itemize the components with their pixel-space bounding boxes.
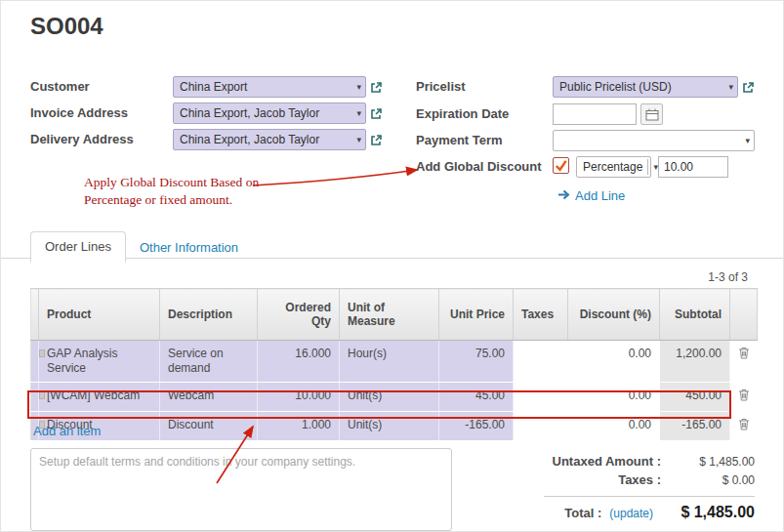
column-description[interactable]: Description (160, 289, 258, 341)
trash-icon[interactable] (738, 420, 750, 433)
cell-ordered-qty[interactable]: 1.000 (258, 412, 340, 441)
sale-order-form: SO004 Customer China Export ▾ Invoice Ad… (0, 0, 784, 532)
payment-term-label: Payment Term (416, 133, 503, 147)
cell-unit-of-measure[interactable]: Unit(s) (340, 383, 439, 412)
handle-column-header (31, 289, 39, 341)
column-taxes[interactable]: Taxes (514, 289, 568, 341)
invoice-address-value: China Export, Jacob Taylor (180, 106, 319, 120)
notebook-tabs: Order Lines Other Information (30, 231, 252, 263)
cell-discount[interactable]: 0.00 (568, 341, 660, 383)
delivery-address-select[interactable]: China Export, Jacob Taylor ▾ (173, 129, 366, 150)
add-an-item-link[interactable]: Add an item (33, 424, 101, 438)
external-link-icon[interactable] (742, 81, 755, 94)
grip-icon (39, 391, 45, 399)
arrow-right-icon (557, 188, 570, 203)
global-discount-checkbox[interactable] (553, 157, 569, 174)
delete-row-cell (730, 412, 758, 441)
delete-column-header (730, 289, 758, 341)
column-subtotal[interactable]: Subtotal (660, 289, 730, 341)
cell-description[interactable]: Service on demand (160, 341, 258, 383)
external-link-icon[interactable] (370, 81, 383, 94)
external-link-icon[interactable] (370, 107, 383, 120)
delivery-address-value: China Export, Jacob Taylor (180, 133, 319, 146)
total-label: Total : (544, 506, 601, 520)
tab-other-information[interactable]: Other Information (126, 233, 252, 263)
delivery-address-label: Delivery Address (30, 132, 134, 146)
add-line-link[interactable]: Add Line (557, 188, 625, 203)
update-total-link[interactable]: (update) (609, 507, 653, 520)
cell-product[interactable]: [WCAM] Webcam (39, 383, 160, 412)
discount-type-value: Percentage (583, 160, 642, 174)
cell-product[interactable]: GAP Analysis Service (39, 341, 160, 383)
cell-unit-price[interactable]: 75.00 (439, 341, 514, 383)
cell-subtotal: 450.00 (660, 383, 730, 412)
pager: 1-3 of 3 (708, 270, 748, 284)
discount-type-select[interactable]: Percentage ▾ (576, 156, 651, 178)
terms-and-conditions-textarea[interactable] (30, 448, 452, 531)
column-unit-of-measure[interactable]: Unit of Measure (340, 289, 439, 341)
taxes-value: $ 0.00 (661, 473, 755, 487)
cell-discount[interactable]: 0.00 (568, 383, 660, 412)
totals-section: Untaxed Amount : $ 1,485.00 Taxes : $ 0.… (544, 452, 755, 523)
cell-ordered-qty[interactable]: 10.000 (258, 383, 340, 412)
column-product[interactable]: Product (39, 289, 160, 341)
customer-select[interactable]: China Export ▾ (173, 76, 366, 98)
totals-divider (544, 496, 755, 497)
untaxed-amount-value: $ 1,485.00 (661, 455, 755, 469)
customer-value: China Export (180, 80, 247, 94)
total-value: $ 1,485.00 (653, 504, 755, 521)
table-header-row: Product Description Ordered Qty Unit of … (31, 289, 758, 341)
cell-description[interactable]: Webcam (160, 383, 258, 412)
column-unit-price[interactable]: Unit Price (439, 289, 514, 341)
grip-icon (39, 349, 45, 357)
page-title: SO004 (30, 13, 103, 40)
chevron-down-icon: ▾ (356, 82, 361, 92)
order-lines-table: Product Description Ordered Qty Unit of … (30, 288, 758, 441)
chevron-down-icon: ▾ (356, 108, 361, 118)
cell-subtotal: -165.00 (660, 412, 730, 441)
trash-icon[interactable] (738, 348, 750, 362)
annotation-arrow-global-discount (253, 170, 417, 185)
cell-unit-of-measure[interactable]: Unit(s) (340, 412, 439, 441)
discount-amount-input[interactable] (658, 156, 728, 178)
delete-row-cell (730, 341, 758, 383)
taxes-label: Taxes : (544, 472, 661, 487)
pricelist-label: Pricelist (416, 79, 466, 94)
pricelist-select[interactable]: Public Pricelist (USD) ▾ (553, 76, 738, 98)
cell-taxes[interactable] (514, 341, 568, 383)
invoice-address-select[interactable]: China Export, Jacob Taylor ▾ (173, 102, 366, 124)
add-line-label: Add Line (575, 188, 625, 203)
tab-order-lines[interactable]: Order Lines (30, 231, 126, 263)
order-lines-section: Product Description Ordered Qty Unit of … (30, 288, 757, 441)
drag-handle[interactable] (31, 383, 39, 412)
cell-ordered-qty[interactable]: 16.000 (258, 341, 340, 383)
external-link-icon[interactable] (370, 134, 383, 146)
cell-subtotal: 1,200.00 (660, 341, 730, 383)
calendar-icon[interactable] (640, 103, 663, 125)
customer-label: Customer (30, 79, 90, 94)
column-discount[interactable]: Discount (%) (568, 289, 660, 341)
cell-unit-price[interactable]: -165.00 (439, 412, 514, 441)
pricelist-value: Public Pricelist (USD) (559, 80, 672, 94)
expiration-date-input[interactable] (553, 103, 637, 125)
chevron-down-icon: ▾ (356, 135, 361, 144)
trash-icon[interactable] (738, 390, 750, 404)
cell-unit-price[interactable]: 45.00 (439, 383, 514, 412)
cell-discount[interactable]: 0.00 (568, 412, 660, 441)
order-line-row-2: [WCAM] Webcam Webcam 10.000 Unit(s) 45.0… (31, 383, 758, 412)
cell-description[interactable]: Discount (160, 412, 258, 441)
drag-handle[interactable] (31, 341, 39, 383)
invoice-address-label: Invoice Address (30, 105, 128, 120)
order-line-row-1: GAP Analysis Service Service on demand 1… (31, 341, 758, 383)
delete-row-cell (730, 383, 758, 412)
order-line-row-discount: Discount Discount 1.000 Unit(s) -165.00 … (31, 412, 758, 441)
payment-term-select[interactable]: ▾ (553, 130, 755, 151)
cell-taxes[interactable] (514, 383, 568, 412)
cell-unit-of-measure[interactable]: Hour(s) (340, 341, 439, 383)
chevron-down-icon: ▾ (728, 82, 733, 92)
annotation-global-discount: Apply Global Discount Based on Percentag… (84, 174, 275, 208)
chevron-down-icon: ▾ (745, 136, 750, 145)
cell-taxes[interactable] (514, 412, 568, 441)
column-ordered-qty[interactable]: Ordered Qty (258, 289, 340, 341)
expiration-date-label: Expiration Date (416, 106, 509, 121)
